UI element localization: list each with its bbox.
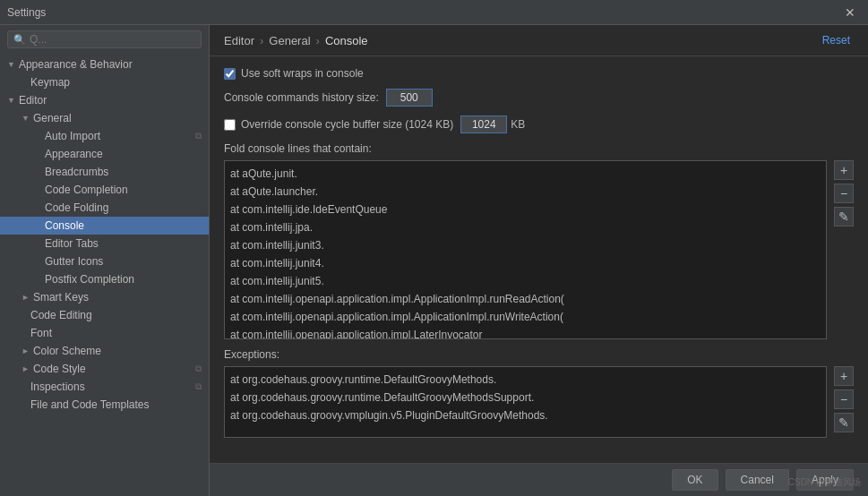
cancel-button[interactable]: Cancel <box>726 469 789 491</box>
breadcrumb-arrow-2: › <box>316 34 320 47</box>
sidebar-item-label-breadcrumbs: Breadcrumbs <box>45 166 108 178</box>
exceptions-list-item[interactable]: at org.codehaus.groovy.runtime.DefaultGr… <box>230 389 821 406</box>
tree-arrow-appearance-behavior: ▼ <box>7 60 15 69</box>
close-button[interactable]: ✕ <box>839 4 861 21</box>
soft-wrap-row: Use soft wraps in console <box>224 67 854 80</box>
soft-wrap-text: Use soft wraps in console <box>241 67 364 80</box>
sidebar-item-label-code-style: Code Style <box>33 363 86 375</box>
sidebar-item-label-code-folding: Code Folding <box>45 201 108 214</box>
sidebar-item-label-smart-keys: Smart Keys <box>33 291 89 304</box>
sidebar-item-label-editor-tabs: Editor Tabs <box>45 237 99 250</box>
sidebar-item-console[interactable]: Console <box>0 217 209 235</box>
fold-label: Fold console lines that contain: <box>224 142 854 155</box>
sidebar-item-postfix-completion[interactable]: Postfix Completion <box>0 270 209 288</box>
exceptions-edit-button[interactable]: ✎ <box>834 413 854 432</box>
sidebar-item-gutter-icons[interactable]: Gutter Icons <box>0 252 209 270</box>
sidebar-item-file-code-templates[interactable]: File and Code Templates <box>0 396 209 414</box>
sidebar-item-general[interactable]: ▼General <box>0 109 209 127</box>
fold-list-container: at aQute.junit.at aQute.launcher.at com.… <box>224 160 827 339</box>
fold-list-item[interactable]: at com.intellij.ide.IdeEventQueue <box>230 201 821 218</box>
sidebar-item-appearance-behavior[interactable]: ▼Appearance & Behavior <box>0 56 209 73</box>
sidebar-item-label-file-code-templates: File and Code Templates <box>30 398 150 411</box>
fold-list[interactable]: at aQute.junit.at aQute.launcher.at com.… <box>224 160 827 339</box>
fold-list-item[interactable]: at com.intellij.jpa. <box>230 218 821 236</box>
main-layout: 🔍 ▼Appearance & BehaviorKeymap▼Editor▼Ge… <box>0 25 868 496</box>
sidebar-item-keymap[interactable]: Keymap <box>0 73 209 91</box>
search-input[interactable] <box>30 33 195 46</box>
fold-add-button[interactable]: + <box>834 160 854 180</box>
bottom-bar: OK Cancel Apply <box>210 463 868 496</box>
sidebar-item-label-console: Console <box>45 219 84 232</box>
content-area: Editor › General › Console Reset Use sof… <box>210 25 868 496</box>
history-size-input[interactable] <box>386 89 433 107</box>
exceptions-container: at org.codehaus.groovy.runtime.DefaultGr… <box>224 366 854 438</box>
history-size-row: Console commands history size: <box>224 89 854 107</box>
breadcrumb-editor: Editor <box>224 34 254 47</box>
sidebar-item-code-editing[interactable]: Code Editing <box>0 306 209 324</box>
sidebar-item-label-auto-import: Auto Import <box>45 130 100 142</box>
sidebar-item-font[interactable]: Font <box>0 324 209 342</box>
override-buffer-label[interactable]: Override console cycle buffer size (1024… <box>224 118 453 131</box>
exceptions-list-item[interactable]: at org.codehaus.groovy.vmplugin.v5.Plugi… <box>230 406 821 424</box>
ok-button[interactable]: OK <box>672 469 718 491</box>
search-box[interactable]: 🔍 <box>7 30 202 48</box>
sidebar-item-code-style[interactable]: ►Code Style⧉ <box>0 360 209 378</box>
sidebar-item-label-general: General <box>33 112 72 124</box>
breadcrumb-general: General <box>269 34 310 47</box>
sidebar-item-appearance[interactable]: Appearance <box>0 145 209 163</box>
sidebar-item-breadcrumbs[interactable]: Breadcrumbs <box>0 163 209 181</box>
copy-icon-auto-import: ⧉ <box>195 131 202 141</box>
fold-list-item[interactable]: at com.intellij.openapi.application.impl… <box>230 326 821 339</box>
search-icon: 🔍 <box>13 34 26 46</box>
fold-list-item[interactable]: at com.intellij.junit4. <box>230 254 821 272</box>
buffer-unit-label: KB <box>511 118 525 131</box>
fold-list-buttons: + − ✎ <box>834 160 854 339</box>
sidebar-item-label-keymap: Keymap <box>30 76 70 89</box>
override-buffer-checkbox[interactable] <box>224 119 236 131</box>
fold-list-item[interactable]: at com.intellij.openapi.application.impl… <box>230 308 821 326</box>
sidebar-item-label-editor: Editor <box>19 94 47 107</box>
watermark: CSDN @梦随风场 <box>788 476 861 489</box>
fold-list-item[interactable]: at aQute.launcher. <box>230 183 821 201</box>
exceptions-list[interactable]: at org.codehaus.groovy.runtime.DefaultGr… <box>224 366 827 438</box>
sidebar-tree: ▼Appearance & BehaviorKeymap▼Editor▼Gene… <box>0 54 209 496</box>
sidebar-item-label-postfix-completion: Postfix Completion <box>45 273 134 286</box>
buffer-size-input[interactable] <box>460 115 507 133</box>
soft-wrap-label[interactable]: Use soft wraps in console <box>224 67 364 80</box>
sidebar-item-inspections[interactable]: Inspections⧉ <box>0 378 209 396</box>
sidebar-item-code-completion[interactable]: Code Completion <box>0 181 209 199</box>
reset-button[interactable]: Reset <box>819 32 854 48</box>
exceptions-remove-button[interactable]: − <box>834 389 854 409</box>
sidebar-item-label-code-editing: Code Editing <box>30 309 92 321</box>
fold-list-item[interactable]: at com.intellij.openapi.application.impl… <box>230 290 821 308</box>
breadcrumb-arrow-1: › <box>260 34 263 47</box>
sidebar-item-smart-keys[interactable]: ►Smart Keys <box>0 288 209 306</box>
history-size-label: Console commands history size: <box>224 91 379 104</box>
exceptions-list-item[interactable]: at org.codehaus.groovy.runtime.DefaultGr… <box>230 371 821 389</box>
tree-arrow-code-style: ► <box>21 364 30 373</box>
copy-icon-inspections: ⧉ <box>195 381 202 392</box>
tree-arrow-general: ▼ <box>21 114 30 123</box>
sidebar-item-color-scheme[interactable]: ►Color Scheme <box>0 342 209 360</box>
sidebar-item-auto-import[interactable]: Auto Import⧉ <box>0 127 209 145</box>
override-buffer-text: Override console cycle buffer size (1024… <box>241 118 453 131</box>
fold-area: at aQute.junit.at aQute.launcher.at com.… <box>224 160 854 339</box>
sidebar-item-code-folding[interactable]: Code Folding <box>0 199 209 217</box>
fold-remove-button[interactable]: − <box>834 184 854 203</box>
exceptions-label: Exceptions: <box>224 348 854 361</box>
soft-wrap-checkbox[interactable] <box>224 68 236 80</box>
tree-arrow-color-scheme: ► <box>21 346 30 355</box>
copy-icon-code-style: ⧉ <box>195 363 202 374</box>
exceptions-list-buttons: + − ✎ <box>834 366 854 438</box>
sidebar-item-editor[interactable]: ▼Editor <box>0 91 209 109</box>
exceptions-add-button[interactable]: + <box>834 366 854 386</box>
fold-list-item[interactable]: at aQute.junit. <box>230 165 821 183</box>
sidebar-item-label-appearance-behavior: Appearance & Behavior <box>19 58 133 71</box>
breadcrumb: Editor › General › Console <box>224 34 368 47</box>
fold-edit-button[interactable]: ✎ <box>834 207 854 227</box>
sidebar-item-label-gutter-icons: Gutter Icons <box>45 255 103 268</box>
title-bar: Settings ✕ <box>0 0 868 25</box>
fold-list-item[interactable]: at com.intellij.junit5. <box>230 272 821 290</box>
fold-list-item[interactable]: at com.intellij.junit3. <box>230 236 821 254</box>
sidebar-item-editor-tabs[interactable]: Editor Tabs <box>0 235 209 252</box>
